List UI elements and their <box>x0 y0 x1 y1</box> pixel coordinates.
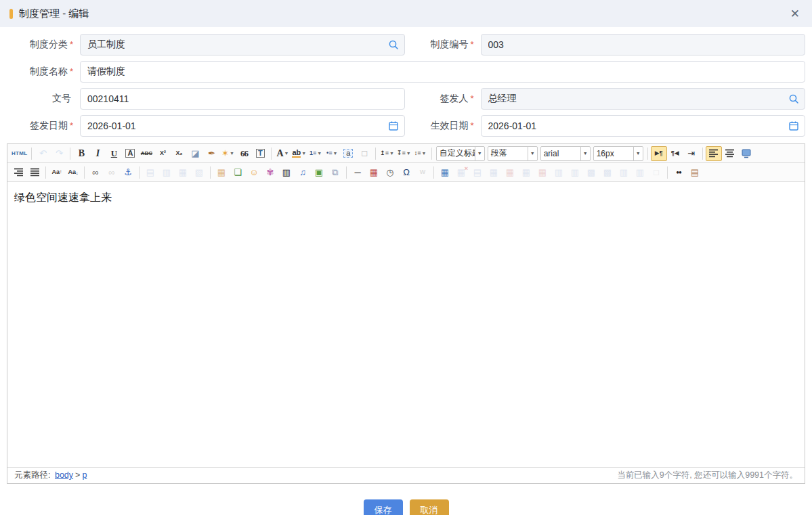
ordered-list-button[interactable]: 1≡▼ <box>307 146 324 161</box>
special-characters-icon: Ω <box>403 168 410 177</box>
underline-button[interactable]: U <box>106 146 122 161</box>
document-template-icon: □ <box>654 168 659 177</box>
doc-number-input[interactable] <box>80 88 405 110</box>
insert-date-button[interactable]: ▦ <box>366 165 382 180</box>
paste-plain-text-button[interactable]: T <box>252 146 268 161</box>
paragraph-spacing-bottom-button[interactable]: ↧≡▼ <box>396 146 412 161</box>
insert-time-button[interactable]: ◷ <box>382 165 398 180</box>
bold-button[interactable]: B <box>73 146 89 161</box>
clipboard-paste-icon: ▤ <box>691 168 699 177</box>
superscript-button[interactable]: X² <box>154 146 171 161</box>
insert-table-button[interactable]: ▦ <box>437 165 453 180</box>
redo-button: ↷ <box>51 146 67 161</box>
select-all-button[interactable]: a <box>340 146 356 161</box>
calendar-icon[interactable] <box>788 120 799 131</box>
font-border-button[interactable]: A <box>122 146 138 161</box>
horizontal-rule-button[interactable]: ─ <box>349 165 366 180</box>
unordered-list-button[interactable]: •≡▼ <box>324 146 340 161</box>
insert-row-icon: ▦ <box>490 168 498 177</box>
line-height-button[interactable]: ↕≡▼ <box>412 146 429 161</box>
merge-right-icon: ▩ <box>587 168 595 177</box>
issuer-input[interactable] <box>481 88 806 110</box>
close-icon[interactable]: ✕ <box>788 7 803 21</box>
blockquote-icon: 66 <box>240 149 248 158</box>
to-uppercase-button[interactable]: Aa <box>49 165 65 180</box>
font-family-select[interactable]: arial▼ <box>540 146 591 161</box>
to-uppercase-icon: Aa <box>51 169 62 175</box>
paragraph-spacing-top-button[interactable]: ↥≡▼ <box>379 146 396 161</box>
font-color-button[interactable]: A▼ <box>274 146 291 161</box>
font-size-select[interactable]: 16px▼ <box>593 146 643 161</box>
remove-format-eraser-button[interactable]: ◪ <box>187 146 203 161</box>
justify-left-button[interactable] <box>706 146 722 161</box>
word-image-import-button: W <box>414 165 431 180</box>
anchor-button[interactable]: ⚓ <box>120 165 136 180</box>
chevron-down-icon: ▼ <box>422 151 427 156</box>
blockquote-button[interactable]: 66 <box>236 146 252 161</box>
issue-date-input[interactable] <box>80 115 405 137</box>
custom-style-select[interactable]: 自定义标题▼ <box>436 146 485 161</box>
to-lowercase-button[interactable]: Aa <box>65 165 81 180</box>
single-image-upload-button[interactable]: ▦ <box>213 165 230 180</box>
auto-typeset-button[interactable]: ✶▼ <box>219 146 236 161</box>
single-image-upload-icon: ▦ <box>217 168 226 177</box>
name-label: 制度名称* <box>7 66 73 78</box>
label-text: 签发日期 <box>30 120 68 131</box>
element-path: 元素路径: body>p <box>14 470 89 481</box>
category-input[interactable] <box>80 34 405 55</box>
paragraph-format-select[interactable]: 段落▼ <box>488 146 538 161</box>
paste-plain-text-icon: T <box>256 149 265 158</box>
first-line-indent-icon: ⇥ <box>687 149 695 158</box>
emoticon-button[interactable]: ☺ <box>246 165 262 180</box>
code-input[interactable] <box>481 34 806 55</box>
insert-map-button[interactable]: ▣ <box>311 165 327 180</box>
char-count-status: 当前已输入9个字符, 您还可以输入9991个字符。 <box>617 470 798 481</box>
paragraph-spacing-top-icon: ↥≡ <box>380 150 389 156</box>
justify-center-button[interactable] <box>722 146 738 161</box>
dialog-title: 制度管理 - 编辑 <box>19 7 89 20</box>
justify-full-button[interactable] <box>26 165 43 180</box>
scrawl-button[interactable]: ✾ <box>262 165 278 180</box>
element-path-body-link[interactable]: body <box>55 470 73 480</box>
screen-capture-icon: ⧉ <box>332 168 338 177</box>
html-source-button[interactable]: HTML <box>10 146 28 161</box>
justify-right-button[interactable] <box>10 165 26 180</box>
element-path-p-link[interactable]: p <box>82 470 87 480</box>
search-replace-button[interactable]: ●● <box>670 165 687 180</box>
insert-link-button[interactable]: ∞ <box>87 165 104 180</box>
special-characters-button[interactable]: Ω <box>398 165 414 180</box>
insert-video-button[interactable]: ▥ <box>278 165 295 180</box>
effective-date-input[interactable] <box>481 115 806 137</box>
merge-right-button: ▩ <box>583 165 599 180</box>
search-icon[interactable] <box>788 93 799 104</box>
name-input[interactable] <box>80 61 805 83</box>
search-icon[interactable] <box>388 39 399 50</box>
toolbar-separator <box>210 166 211 179</box>
clipboard-paste-button[interactable]: ▤ <box>687 165 703 180</box>
category-label: 制度分类* <box>7 39 73 51</box>
multi-image-upload-button[interactable]: ❏ <box>230 165 246 180</box>
average-rows-icon: ▥ <box>620 168 628 177</box>
fullscreen-button[interactable] <box>738 146 754 161</box>
format-brush-button[interactable]: ✒ <box>203 146 219 161</box>
save-button[interactable]: 保存 <box>364 499 403 515</box>
first-line-indent-button[interactable]: ⇥ <box>683 146 700 161</box>
insert-music-button[interactable]: ♫ <box>295 165 311 180</box>
search-replace-icon: ●● <box>676 170 681 175</box>
clear-document-button[interactable]: □ <box>356 146 372 161</box>
underline-icon: U <box>111 149 117 158</box>
direction-rtl-button[interactable]: ¶◀ <box>667 146 683 161</box>
subscript-button[interactable]: X₂ <box>171 146 187 161</box>
direction-ltr-button[interactable]: ▶¶ <box>651 146 667 161</box>
html-source-icon: HTML <box>12 151 27 156</box>
italic-button[interactable]: I <box>89 146 106 161</box>
calendar-icon[interactable] <box>388 120 399 131</box>
split-cells-button: ▥ <box>567 165 583 180</box>
to-lowercase-icon: Aa <box>68 169 78 175</box>
strikethrough-button[interactable]: ABC <box>138 146 154 161</box>
issue-date-label: 签发日期* <box>7 120 73 132</box>
screen-capture-button[interactable]: ⧉ <box>327 165 343 180</box>
cancel-button[interactable]: 取消 <box>410 499 449 515</box>
highlight-color-button[interactable]: ab▼ <box>291 146 307 161</box>
editor-content[interactable]: 绿色空间速速拿上来 <box>7 182 805 467</box>
